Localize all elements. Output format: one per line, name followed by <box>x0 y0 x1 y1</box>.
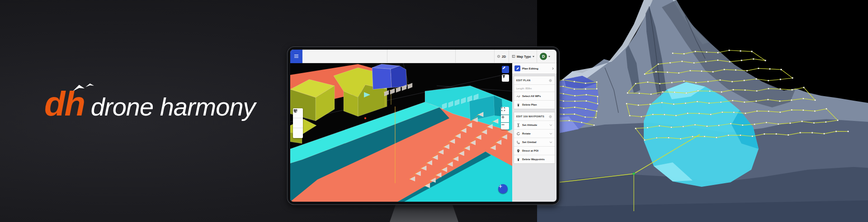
sidebar-item-delete-waypoints[interactable]: Delete Waypoints <box>514 155 555 163</box>
chevron-right-icon <box>552 67 554 70</box>
filter-icon <box>502 74 506 79</box>
edit-plan-section-title: EDIT PLAN <box>514 76 555 84</box>
sidebar-item-delete-plan[interactable]: Delete Plan <box>514 100 555 109</box>
fit-view-icon <box>501 107 505 111</box>
sidebar-item-set-gimbal[interactable]: Set Gimbal <box>514 138 555 146</box>
topbar-divider <box>455 50 456 63</box>
edit-waypoints-group: EDIT 109 WAYPOINTS <box>514 112 555 164</box>
chevron-down-icon <box>549 124 552 126</box>
redo-button[interactable] <box>293 128 303 138</box>
trash-icon <box>516 157 520 162</box>
gear-icon <box>548 79 552 83</box>
redo-icon <box>293 108 298 113</box>
zoom-in-button[interactable] <box>501 115 509 122</box>
plan-editing-sidebar: Plan Editing EDIT PLAN <box>512 63 557 202</box>
topbar-divider <box>494 50 495 63</box>
viewport-toolbar <box>293 108 303 138</box>
map-icon <box>512 55 515 58</box>
mode-2d-icon <box>497 55 500 58</box>
panel-title: Plan Editing <box>522 67 550 70</box>
edit-plan-settings-button[interactable] <box>548 79 552 83</box>
map-3d-viewport[interactable] <box>290 63 512 202</box>
plan-length-label: Length: 858m <box>514 84 555 92</box>
monitor-stand <box>390 204 458 222</box>
chevron-down-icon <box>549 133 552 135</box>
hamburger-icon <box>294 55 298 58</box>
gimbal-icon <box>516 140 520 144</box>
zoom-out-button[interactable] <box>501 123 509 130</box>
pencil-icon <box>502 66 506 70</box>
monitor: 2D Map Type D <box>287 46 560 205</box>
topbar-divider <box>537 50 537 63</box>
logo-dh-text: dh <box>44 87 85 121</box>
chevron-down-icon <box>548 56 550 57</box>
plus-icon <box>501 115 505 119</box>
topbar-divider <box>509 50 509 63</box>
chevron-down-icon <box>549 141 552 143</box>
plan-editing-header[interactable]: Plan Editing <box>512 63 557 74</box>
plan-editing-chip <box>514 65 520 71</box>
edit-waypoints-settings-button[interactable] <box>548 115 552 119</box>
terrain-3d-render <box>537 0 868 222</box>
gear-icon <box>548 115 552 119</box>
avatar: D <box>540 53 547 60</box>
fit-view-button[interactable] <box>501 107 509 115</box>
undo-button[interactable] <box>293 118 303 128</box>
topbar-divider <box>387 50 387 63</box>
site-3d-scene <box>290 63 512 202</box>
hero-banner: dh drone harmony 2D <box>0 0 868 222</box>
pencil-icon <box>516 67 519 70</box>
menu-button[interactable] <box>290 50 302 63</box>
map-type-label: Map Type <box>517 55 531 58</box>
plus-icon <box>498 184 503 189</box>
app-main: Plan Editing EDIT PLAN <box>290 63 557 202</box>
draw-plan-button[interactable] <box>502 66 509 73</box>
add-plan-fab[interactable] <box>498 184 508 194</box>
sidebar-item-direct-at-poi[interactable]: Direct at POI <box>514 146 555 155</box>
sidebar-item-set-altitude[interactable]: Set Altitude <box>514 120 555 129</box>
edit-waypoints-section-title: EDIT 109 WAYPOINTS <box>514 112 555 120</box>
filter-button[interactable] <box>502 74 509 82</box>
sidebar-item-select-all-wps[interactable]: Select All WPs <box>514 92 555 100</box>
altitude-icon <box>516 123 520 127</box>
minus-icon <box>501 123 505 127</box>
map-type-button[interactable]: Map Type <box>512 50 534 63</box>
trash-icon <box>516 103 520 107</box>
select-all-icon <box>516 94 520 98</box>
edit-plan-group: EDIT PLAN Length: 858m <box>514 76 555 109</box>
poi-pin-icon <box>516 149 520 153</box>
account-menu[interactable]: D <box>540 50 550 63</box>
toggle-2d-button[interactable]: 2D <box>497 50 506 63</box>
app-screen: 2D Map Type D <box>290 50 557 202</box>
chevron-down-icon <box>533 56 534 57</box>
sidebar-item-rotate[interactable]: Rotate <box>514 129 555 138</box>
app-topbar: 2D Map Type D <box>290 50 557 63</box>
mode-2d-label: 2D <box>502 55 506 58</box>
drone-harmony-logo: dh drone harmony <box>44 87 255 121</box>
terrain-scene <box>537 0 868 222</box>
logo-name-text: drone harmony <box>91 94 255 120</box>
rotate-icon <box>516 132 520 136</box>
